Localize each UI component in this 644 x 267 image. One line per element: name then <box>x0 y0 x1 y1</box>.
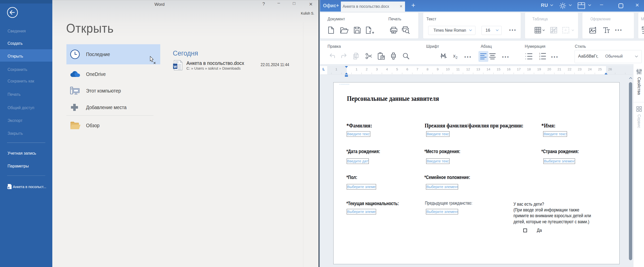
svg-text:10: 10 <box>446 67 450 71</box>
svg-text:1: 1 <box>356 67 358 71</box>
svg-text:26: 26 <box>608 67 612 71</box>
svg-text:19: 19 <box>537 67 541 71</box>
svg-text:15: 15 <box>497 67 500 71</box>
svg-text:14: 14 <box>487 67 491 71</box>
svg-text:12: 12 <box>466 67 470 71</box>
svg-text:16: 16 <box>507 67 510 71</box>
svg-text:24: 24 <box>588 67 592 71</box>
svg-text:11: 11 <box>456 67 460 71</box>
svg-text:20: 20 <box>547 67 551 71</box>
svg-text:4: 4 <box>386 67 388 71</box>
svg-text:L: L <box>323 67 325 71</box>
svg-text:1: 1 <box>539 53 540 55</box>
svg-text:W: W <box>8 187 10 189</box>
svg-text:3: 3 <box>539 58 540 60</box>
svg-text:13: 13 <box>476 67 480 71</box>
svg-text:22: 22 <box>568 67 571 71</box>
svg-text:17: 17 <box>517 67 521 71</box>
svg-text:6: 6 <box>406 67 408 71</box>
svg-text:3: 3 <box>376 67 378 71</box>
svg-text:25: 25 <box>598 67 602 71</box>
svg-text:2: 2 <box>539 55 540 58</box>
svg-text:1: 1 <box>335 67 337 71</box>
svg-text:23: 23 <box>578 67 582 71</box>
svg-text:18: 18 <box>527 67 531 71</box>
svg-text:7: 7 <box>416 67 418 71</box>
svg-text:9: 9 <box>437 67 439 71</box>
svg-text:21: 21 <box>557 67 561 71</box>
svg-text:2: 2 <box>366 67 368 71</box>
svg-text:8: 8 <box>427 67 429 71</box>
svg-text:5: 5 <box>396 67 398 71</box>
svg-text:W: W <box>174 65 177 69</box>
